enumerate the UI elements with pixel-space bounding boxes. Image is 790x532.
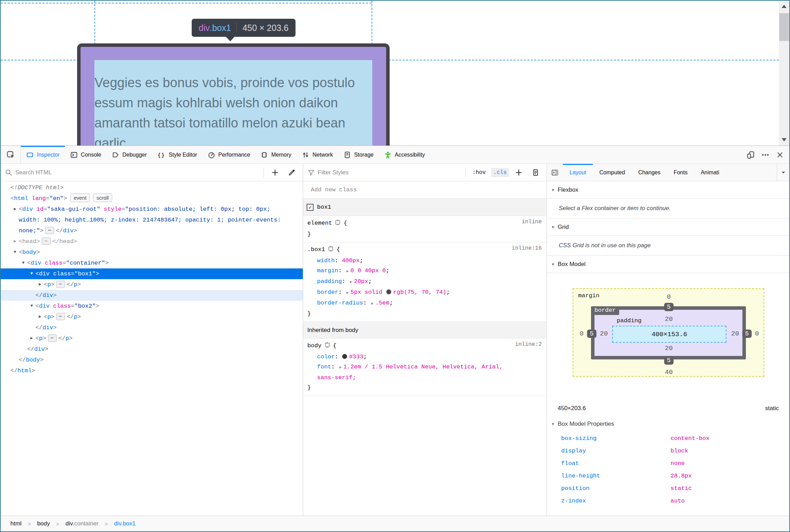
sidebar-tab-fonts[interactable]: Fonts — [667, 164, 694, 181]
pseudo-hover-toggle[interactable]: :hov — [470, 168, 488, 177]
responsive-mode-button[interactable] — [743, 146, 758, 164]
eyedropper-button[interactable] — [285, 166, 299, 180]
padding-top-value[interactable]: 20 — [665, 315, 673, 323]
expand-inline-button[interactable]: ⋯ — [48, 334, 57, 342]
padding-right-value[interactable]: 20 — [731, 330, 739, 338]
box-model-content-box[interactable]: 400×153.6 — [612, 326, 726, 343]
css-declaration-margin[interactable]: margin: ▶0 0 40px 0; — [303, 266, 547, 276]
rule-source-link[interactable]: inline:16 — [512, 245, 542, 251]
markup-node[interactable]: </html> — [1, 365, 303, 376]
tab-debugger[interactable]: Debugger — [107, 146, 152, 164]
tab-performance[interactable]: Performance — [202, 146, 256, 164]
tab-accessibility[interactable]: Accessibility — [379, 146, 430, 164]
filter-styles-input[interactable]: Filter Styles — [318, 169, 461, 176]
border-right-value[interactable]: 5 — [742, 330, 752, 338]
expand-shorthand-icon[interactable]: ▶ — [349, 280, 354, 284]
rule-source-link[interactable]: inline:2 — [515, 341, 542, 348]
color-swatch[interactable] — [386, 289, 391, 294]
css-declaration-width[interactable]: width: 400px; — [303, 256, 547, 266]
close-devtools-button[interactable] — [773, 146, 787, 164]
expand-inline-button[interactable]: ⋯ — [42, 238, 50, 245]
highlight-selector-icon[interactable] — [324, 342, 331, 352]
highlight-selector-icon[interactable] — [327, 246, 334, 256]
markup-node[interactable]: ▶<p>⋯</p> — [1, 311, 303, 322]
add-class-input[interactable]: Add new class — [303, 181, 547, 199]
sidebar-tab-animati[interactable]: Animati — [694, 164, 726, 181]
expand-twisty-icon[interactable]: ▶ — [37, 311, 43, 322]
class-checkbox[interactable]: ✓ — [307, 204, 314, 211]
sidebar-tab-changes[interactable]: Changes — [632, 164, 667, 181]
tab-console[interactable]: Console — [65, 146, 107, 164]
expand-sidebar-button[interactable] — [547, 164, 563, 181]
expand-shorthand-icon[interactable]: ▶ — [346, 291, 351, 295]
expand-shorthand-icon[interactable]: ▶ — [338, 365, 343, 369]
highlight-selector-icon[interactable] — [334, 219, 341, 229]
tab-styleeditor[interactable]: { }Style Editor — [152, 146, 202, 164]
margin-right-value[interactable]: 0 — [755, 330, 759, 338]
expand-shorthand-icon[interactable]: ▶ — [346, 269, 351, 273]
scrollbar-thumb[interactable] — [779, 13, 789, 41]
markup-node[interactable]: ▶<p>⋯</p> — [1, 333, 303, 344]
markup-node[interactable]: </div> — [1, 290, 303, 301]
expand-twisty-icon[interactable]: ▼ — [28, 301, 35, 311]
tab-memory[interactable]: Memory — [255, 146, 297, 164]
search-input[interactable]: Search HTML — [15, 169, 259, 176]
box-model-properties-header[interactable]: ▼Box Model Properties — [547, 416, 789, 432]
rule-source-link[interactable]: inline — [522, 219, 542, 225]
tab-network[interactable]: Network — [297, 146, 338, 164]
sidebar-tab-layout[interactable]: Layout — [563, 164, 593, 181]
add-node-button[interactable] — [268, 166, 282, 180]
event-badge[interactable]: event — [70, 193, 90, 202]
border-left-value[interactable]: 5 — [587, 330, 597, 338]
expand-twisty-icon[interactable]: ▶ — [28, 333, 35, 344]
markup-node[interactable]: <!DOCTYPE html> — [1, 182, 303, 193]
add-rule-button[interactable] — [512, 166, 526, 180]
element-rule[interactable]: element{ } inline — [303, 216, 547, 242]
markup-node[interactable]: ▼<div class="box2"> — [1, 301, 303, 311]
expand-inline-button[interactable]: ⋯ — [56, 313, 65, 320]
expand-twisty-icon[interactable]: ▼ — [12, 247, 18, 258]
markup-node[interactable]: ▶<p>⋯</p> — [1, 279, 303, 290]
tab-storage[interactable]: Storage — [338, 146, 379, 164]
expand-twisty-icon[interactable]: ▼ — [20, 258, 26, 268]
body-rule[interactable]: body{ color: #333;font: ▶1.2em / 1.5 Hel… — [303, 339, 547, 396]
markup-node[interactable]: </div> — [1, 322, 303, 333]
pseudo-class-toggle[interactable]: .cls — [491, 168, 509, 177]
scroll-up-arrow[interactable] — [782, 5, 787, 8]
color-swatch[interactable] — [342, 354, 347, 359]
margin-top-value[interactable]: 0 — [667, 293, 671, 301]
node-picker-button[interactable] — [1, 146, 21, 164]
box-model-property-line-height[interactable]: line-height28.8px — [547, 469, 789, 482]
expand-twisty-icon[interactable]: ▶ — [12, 204, 18, 215]
markup-node-selected[interactable]: ▼<div class="box1"> — [1, 268, 303, 279]
markup-node[interactable]: ▶<head>⋯</head> — [1, 236, 303, 247]
border-bottom-value[interactable]: 5 — [664, 356, 674, 365]
css-declaration-padding[interactable]: padding: ▶20px; — [303, 276, 547, 287]
sidebar-tab-computed[interactable]: Computed — [593, 164, 632, 181]
markup-node[interactable]: ▼<body> — [1, 247, 303, 258]
expand-inline-button[interactable]: ⋯ — [56, 281, 65, 288]
breadcrumb-item-div[interactable]: div.container — [66, 520, 99, 527]
box-model-property-z-index[interactable]: z-indexauto — [547, 494, 789, 507]
expand-twisty-icon[interactable]: ▶ — [12, 236, 18, 247]
expand-shorthand-icon[interactable]: ▶ — [370, 301, 375, 306]
expand-inline-button[interactable]: ⋯ — [45, 227, 54, 234]
markup-node[interactable]: <html lang="en">eventscroll — [1, 193, 303, 204]
meatball-menu-button[interactable] — [758, 146, 773, 164]
markup-tree[interactable]: <!DOCTYPE html><html lang="en">eventscro… — [1, 181, 303, 516]
breadcrumb-item-body[interactable]: body — [37, 520, 50, 527]
tab-inspector[interactable]: Inspector — [21, 146, 65, 164]
box1-rule[interactable]: .box1{ width: 400px;margin: ▶0 0 40px 0;… — [303, 242, 547, 322]
margin-bottom-value[interactable]: 40 — [665, 368, 673, 376]
page-scrollbar[interactable] — [779, 1, 789, 146]
padding-left-value[interactable]: 20 — [600, 330, 608, 338]
grid-section-header[interactable]: ▼Grid — [547, 218, 789, 236]
markup-node[interactable]: </div> — [1, 344, 303, 355]
scroll-badge[interactable]: scroll — [93, 193, 112, 202]
css-declaration-font[interactable]: font: ▶1.2em / 1.5 Helvetica Neue, Helve… — [303, 362, 547, 373]
expand-twisty-icon[interactable]: ▼ — [28, 268, 35, 279]
border-top-value[interactable]: 5 — [664, 303, 674, 311]
box-model-property-display[interactable]: displayblock — [547, 444, 789, 457]
markup-node[interactable]: ▶<div id="saka-gui-root" style="position… — [1, 204, 303, 236]
breadcrumb-item-html[interactable]: html — [10, 520, 22, 527]
